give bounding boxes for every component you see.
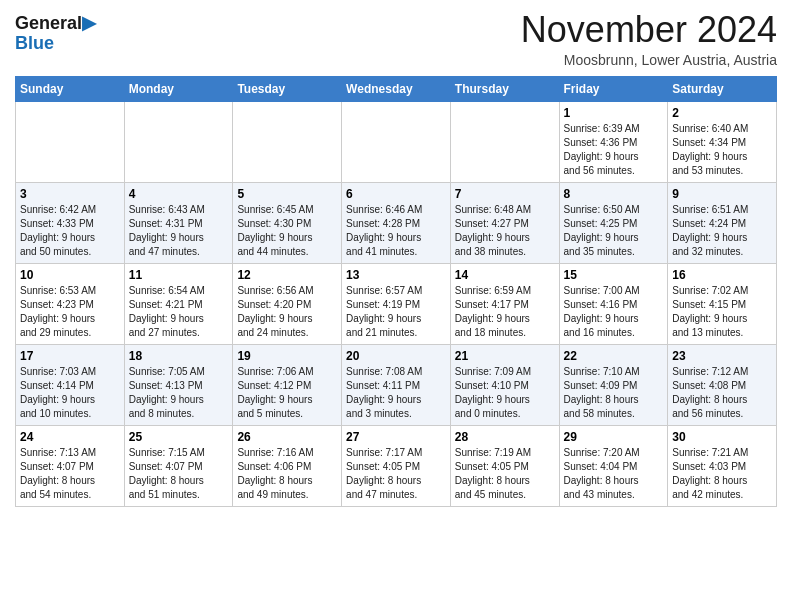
calendar-cell: 15Sunrise: 7:00 AMSunset: 4:16 PMDayligh… xyxy=(559,263,668,344)
day-info: Sunrise: 7:06 AMSunset: 4:12 PMDaylight:… xyxy=(237,365,337,421)
calendar-cell: 11Sunrise: 6:54 AMSunset: 4:21 PMDayligh… xyxy=(124,263,233,344)
day-info: Sunrise: 7:10 AMSunset: 4:09 PMDaylight:… xyxy=(564,365,664,421)
calendar-cell: 28Sunrise: 7:19 AMSunset: 4:05 PMDayligh… xyxy=(450,425,559,506)
calendar-cell xyxy=(342,101,451,182)
week-row-2: 3Sunrise: 6:42 AMSunset: 4:33 PMDaylight… xyxy=(16,182,777,263)
day-info: Sunrise: 6:43 AMSunset: 4:31 PMDaylight:… xyxy=(129,203,229,259)
calendar-cell: 29Sunrise: 7:20 AMSunset: 4:04 PMDayligh… xyxy=(559,425,668,506)
calendar-cell: 9Sunrise: 6:51 AMSunset: 4:24 PMDaylight… xyxy=(668,182,777,263)
day-number: 12 xyxy=(237,268,337,282)
day-info: Sunrise: 6:54 AMSunset: 4:21 PMDaylight:… xyxy=(129,284,229,340)
logo-line2: Blue xyxy=(15,34,96,54)
day-number: 20 xyxy=(346,349,446,363)
day-number: 17 xyxy=(20,349,120,363)
day-number: 3 xyxy=(20,187,120,201)
day-info: Sunrise: 6:57 AMSunset: 4:19 PMDaylight:… xyxy=(346,284,446,340)
calendar-cell: 24Sunrise: 7:13 AMSunset: 4:07 PMDayligh… xyxy=(16,425,125,506)
calendar-cell: 16Sunrise: 7:02 AMSunset: 4:15 PMDayligh… xyxy=(668,263,777,344)
calendar-cell: 7Sunrise: 6:48 AMSunset: 4:27 PMDaylight… xyxy=(450,182,559,263)
day-number: 8 xyxy=(564,187,664,201)
logo-line1: General▶ xyxy=(15,14,96,34)
calendar-cell: 13Sunrise: 6:57 AMSunset: 4:19 PMDayligh… xyxy=(342,263,451,344)
day-info: Sunrise: 6:39 AMSunset: 4:36 PMDaylight:… xyxy=(564,122,664,178)
calendar-cell: 25Sunrise: 7:15 AMSunset: 4:07 PMDayligh… xyxy=(124,425,233,506)
day-info: Sunrise: 7:19 AMSunset: 4:05 PMDaylight:… xyxy=(455,446,555,502)
day-number: 5 xyxy=(237,187,337,201)
day-number: 4 xyxy=(129,187,229,201)
calendar-cell xyxy=(450,101,559,182)
calendar-cell xyxy=(124,101,233,182)
day-info: Sunrise: 6:46 AMSunset: 4:28 PMDaylight:… xyxy=(346,203,446,259)
day-info: Sunrise: 7:08 AMSunset: 4:11 PMDaylight:… xyxy=(346,365,446,421)
week-row-3: 10Sunrise: 6:53 AMSunset: 4:23 PMDayligh… xyxy=(16,263,777,344)
day-number: 19 xyxy=(237,349,337,363)
day-info: Sunrise: 7:13 AMSunset: 4:07 PMDaylight:… xyxy=(20,446,120,502)
day-number: 23 xyxy=(672,349,772,363)
calendar-cell: 23Sunrise: 7:12 AMSunset: 4:08 PMDayligh… xyxy=(668,344,777,425)
week-row-1: 1Sunrise: 6:39 AMSunset: 4:36 PMDaylight… xyxy=(16,101,777,182)
day-number: 21 xyxy=(455,349,555,363)
day-number: 25 xyxy=(129,430,229,444)
day-number: 1 xyxy=(564,106,664,120)
day-info: Sunrise: 7:02 AMSunset: 4:15 PMDaylight:… xyxy=(672,284,772,340)
day-info: Sunrise: 6:40 AMSunset: 4:34 PMDaylight:… xyxy=(672,122,772,178)
weekday-saturday: Saturday xyxy=(668,76,777,101)
day-info: Sunrise: 7:15 AMSunset: 4:07 PMDaylight:… xyxy=(129,446,229,502)
day-info: Sunrise: 6:48 AMSunset: 4:27 PMDaylight:… xyxy=(455,203,555,259)
calendar-body: 1Sunrise: 6:39 AMSunset: 4:36 PMDaylight… xyxy=(16,101,777,506)
day-number: 29 xyxy=(564,430,664,444)
week-row-4: 17Sunrise: 7:03 AMSunset: 4:14 PMDayligh… xyxy=(16,344,777,425)
day-info: Sunrise: 6:53 AMSunset: 4:23 PMDaylight:… xyxy=(20,284,120,340)
day-info: Sunrise: 6:51 AMSunset: 4:24 PMDaylight:… xyxy=(672,203,772,259)
week-row-5: 24Sunrise: 7:13 AMSunset: 4:07 PMDayligh… xyxy=(16,425,777,506)
day-number: 14 xyxy=(455,268,555,282)
calendar-cell: 30Sunrise: 7:21 AMSunset: 4:03 PMDayligh… xyxy=(668,425,777,506)
day-info: Sunrise: 7:00 AMSunset: 4:16 PMDaylight:… xyxy=(564,284,664,340)
calendar-cell: 14Sunrise: 6:59 AMSunset: 4:17 PMDayligh… xyxy=(450,263,559,344)
header: General▶ Blue November 2024 Moosbrunn, L… xyxy=(15,10,777,68)
day-number: 27 xyxy=(346,430,446,444)
day-number: 15 xyxy=(564,268,664,282)
day-number: 26 xyxy=(237,430,337,444)
calendar-cell: 18Sunrise: 7:05 AMSunset: 4:13 PMDayligh… xyxy=(124,344,233,425)
calendar-cell: 26Sunrise: 7:16 AMSunset: 4:06 PMDayligh… xyxy=(233,425,342,506)
day-number: 7 xyxy=(455,187,555,201)
day-number: 24 xyxy=(20,430,120,444)
calendar-cell: 4Sunrise: 6:43 AMSunset: 4:31 PMDaylight… xyxy=(124,182,233,263)
calendar-cell: 17Sunrise: 7:03 AMSunset: 4:14 PMDayligh… xyxy=(16,344,125,425)
weekday-header-row: SundayMondayTuesdayWednesdayThursdayFrid… xyxy=(16,76,777,101)
day-info: Sunrise: 7:05 AMSunset: 4:13 PMDaylight:… xyxy=(129,365,229,421)
month-title: November 2024 xyxy=(521,10,777,50)
logo-general: General xyxy=(15,13,82,33)
calendar-cell: 22Sunrise: 7:10 AMSunset: 4:09 PMDayligh… xyxy=(559,344,668,425)
day-number: 30 xyxy=(672,430,772,444)
location: Moosbrunn, Lower Austria, Austria xyxy=(521,52,777,68)
title-area: November 2024 Moosbrunn, Lower Austria, … xyxy=(521,10,777,68)
day-info: Sunrise: 7:03 AMSunset: 4:14 PMDaylight:… xyxy=(20,365,120,421)
day-info: Sunrise: 6:42 AMSunset: 4:33 PMDaylight:… xyxy=(20,203,120,259)
day-number: 2 xyxy=(672,106,772,120)
weekday-thursday: Thursday xyxy=(450,76,559,101)
weekday-wednesday: Wednesday xyxy=(342,76,451,101)
calendar-cell: 27Sunrise: 7:17 AMSunset: 4:05 PMDayligh… xyxy=(342,425,451,506)
day-number: 10 xyxy=(20,268,120,282)
day-number: 18 xyxy=(129,349,229,363)
day-info: Sunrise: 7:20 AMSunset: 4:04 PMDaylight:… xyxy=(564,446,664,502)
day-info: Sunrise: 7:09 AMSunset: 4:10 PMDaylight:… xyxy=(455,365,555,421)
day-number: 13 xyxy=(346,268,446,282)
calendar-cell: 6Sunrise: 6:46 AMSunset: 4:28 PMDaylight… xyxy=(342,182,451,263)
day-number: 22 xyxy=(564,349,664,363)
calendar-cell: 21Sunrise: 7:09 AMSunset: 4:10 PMDayligh… xyxy=(450,344,559,425)
calendar-cell: 8Sunrise: 6:50 AMSunset: 4:25 PMDaylight… xyxy=(559,182,668,263)
calendar-cell xyxy=(16,101,125,182)
calendar-table: SundayMondayTuesdayWednesdayThursdayFrid… xyxy=(15,76,777,507)
calendar-cell: 2Sunrise: 6:40 AMSunset: 4:34 PMDaylight… xyxy=(668,101,777,182)
day-number: 6 xyxy=(346,187,446,201)
day-info: Sunrise: 6:59 AMSunset: 4:17 PMDaylight:… xyxy=(455,284,555,340)
weekday-monday: Monday xyxy=(124,76,233,101)
day-number: 9 xyxy=(672,187,772,201)
day-info: Sunrise: 7:16 AMSunset: 4:06 PMDaylight:… xyxy=(237,446,337,502)
calendar-cell: 12Sunrise: 6:56 AMSunset: 4:20 PMDayligh… xyxy=(233,263,342,344)
calendar-cell: 20Sunrise: 7:08 AMSunset: 4:11 PMDayligh… xyxy=(342,344,451,425)
weekday-sunday: Sunday xyxy=(16,76,125,101)
